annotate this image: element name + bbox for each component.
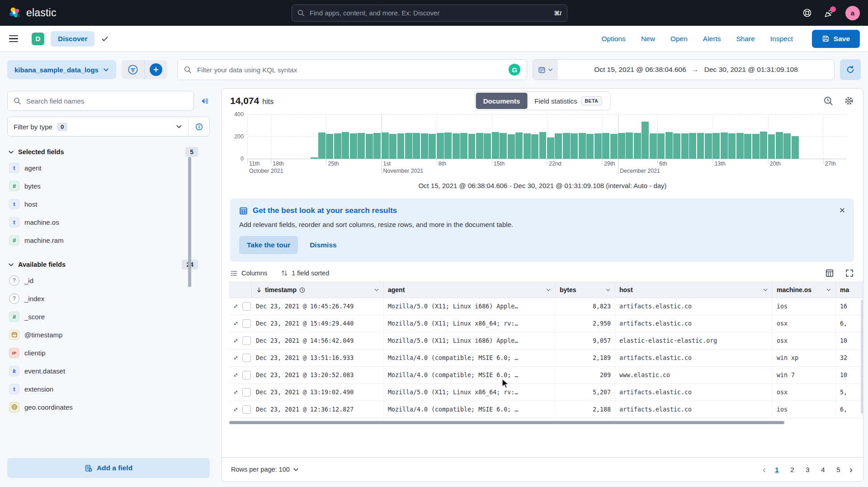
avatar[interactable]: a [845,6,860,20]
fullscreen-icon[interactable] [845,269,854,278]
histogram-bar[interactable] [515,132,523,159]
histogram-bar[interactable] [689,133,696,159]
select-row-checkbox[interactable] [242,371,251,379]
field-item-agent[interactable]: t agent [7,159,210,177]
start-date[interactable]: Oct 15, 2021 @ 06:38:04.606 [594,66,686,74]
horizontal-scrollbar[interactable] [229,421,784,424]
histogram-bar[interactable] [586,134,594,159]
histogram-bar[interactable] [712,133,720,159]
column-header-timestamp[interactable]: timestamp [252,282,384,298]
nav-link-options[interactable]: Options [601,35,625,43]
cell-timestamp[interactable]: Dec 23, 2021 @ 16:45:26.749 [252,298,384,315]
cell-host[interactable]: artifacts.elastic.co [615,401,773,418]
cell-ma[interactable]: 32 [836,350,862,366]
histogram-bar[interactable] [531,134,538,159]
field-item-bytes[interactable]: # bytes [7,177,210,195]
select-row-checkbox[interactable] [242,405,251,414]
cell-bytes[interactable]: 5,207 [556,384,615,401]
histogram-plot[interactable] [247,114,847,159]
cell-host[interactable]: artifacts.elastic.co [615,298,773,315]
nav-link-open[interactable]: Open [670,35,688,43]
histogram-bar[interactable] [721,132,728,159]
cell-ma[interactable]: 6, [836,401,862,418]
cell-machine.os[interactable]: osx [773,384,836,401]
expand-row-icon[interactable] [233,389,239,396]
field-item-host[interactable]: t host [7,195,210,213]
expand-row-icon[interactable] [233,372,239,378]
cell-machine.os[interactable]: win 7 [773,367,836,383]
cell-bytes[interactable]: 209 [556,367,615,383]
cell-agent[interactable]: Mozilla/4.0 (compatible; MSIE 6.0; … [384,350,556,366]
histogram-bar[interactable] [657,133,665,159]
data-view-picker[interactable]: kibana_sample_data_logs [7,60,116,79]
histogram-bar[interactable] [508,134,515,159]
cell-host[interactable]: www.elastic.co [615,367,773,383]
histogram-bar[interactable] [539,132,547,159]
available-fields-header[interactable]: Available fields 24 [8,260,209,270]
selected-fields-header[interactable]: Selected fields 5 [8,147,209,157]
page-1[interactable]: 1 [771,463,783,476]
histogram-bar[interactable] [792,136,799,159]
menu-icon[interactable] [8,33,19,44]
histogram-bar[interactable] [563,133,570,159]
histogram-bar[interactable] [705,133,712,159]
histogram-bar[interactable] [610,134,618,159]
add-field-button[interactable]: Add a field [7,458,210,478]
search-sessions-icon[interactable] [823,96,833,106]
add-filter-button[interactable] [144,60,167,79]
histogram-bar[interactable] [752,134,760,159]
histogram-bar[interactable] [697,133,704,159]
gear-icon[interactable] [844,96,854,106]
histogram-bar[interactable] [429,134,436,159]
cell-timestamp[interactable]: Dec 23, 2021 @ 13:20:52.083 [252,367,384,383]
cell-host[interactable]: artifacts.elastic.co [615,350,773,366]
histogram-bar[interactable] [468,134,476,159]
refresh-button[interactable] [840,59,861,80]
cell-agent[interactable]: Mozilla/4.0 (compatible; MSIE 6.0; … [384,367,556,383]
nav-link-inspect[interactable]: Inspect [770,35,793,43]
histogram-bar[interactable] [776,132,783,159]
field-search[interactable] [7,91,194,111]
histogram-bar[interactable] [500,133,507,159]
page-4[interactable]: 4 [817,463,829,476]
filter-by-type-dropdown[interactable]: Filter by type 0 [8,117,188,136]
histogram-bar[interactable] [492,132,499,159]
global-search[interactable]: ⌘/ [292,5,567,22]
expand-row-icon[interactable] [233,406,239,413]
next-page-button[interactable]: › [848,464,854,475]
column-header-agent[interactable]: agent [384,282,556,298]
tab-field-statistics[interactable]: Field statistics BETA [527,93,609,109]
cell-machine.os[interactable]: osx [773,332,836,349]
histogram-bar[interactable] [524,133,531,159]
news-icon[interactable] [824,8,834,18]
cell-ma[interactable]: 5, [836,384,862,401]
kql-input[interactable] [196,66,504,74]
histogram-bar[interactable] [311,157,318,159]
histogram-bar[interactable] [681,133,689,159]
histogram-bar[interactable] [366,134,373,159]
histogram-bar[interactable] [555,133,562,159]
cell-bytes[interactable]: 8,823 [556,298,615,315]
field-item-_score[interactable]: # _score [7,307,210,326]
page-5[interactable]: 5 [833,463,844,476]
field-search-input[interactable] [25,97,188,105]
histogram-bar[interactable] [571,133,578,159]
field-item-event.dataset[interactable]: k event.dataset [7,362,210,380]
collapse-sidebar-icon[interactable] [199,96,210,106]
cell-ma[interactable]: 10 [836,367,862,383]
global-search-input[interactable] [309,9,550,17]
tab-documents[interactable]: Documents [476,93,528,109]
histogram-bar[interactable] [453,133,460,159]
cell-timestamp[interactable]: Dec 23, 2021 @ 15:49:29.440 [252,315,384,332]
cell-host[interactable]: artifacts.elastic.co [615,315,773,332]
page-3[interactable]: 3 [802,463,813,476]
histogram-bar[interactable] [642,122,649,159]
histogram-bar[interactable] [389,134,396,159]
histogram-bar[interactable] [405,133,412,159]
histogram-bar[interactable] [618,133,625,159]
breadcrumb-discover[interactable]: Discover [51,31,94,47]
select-row-checkbox[interactable] [242,302,251,311]
cell-machine.os[interactable]: win xp [773,350,836,366]
kql-query-bar[interactable]: G [177,59,527,80]
column-header-machine.os[interactable]: machine.os [773,282,836,298]
